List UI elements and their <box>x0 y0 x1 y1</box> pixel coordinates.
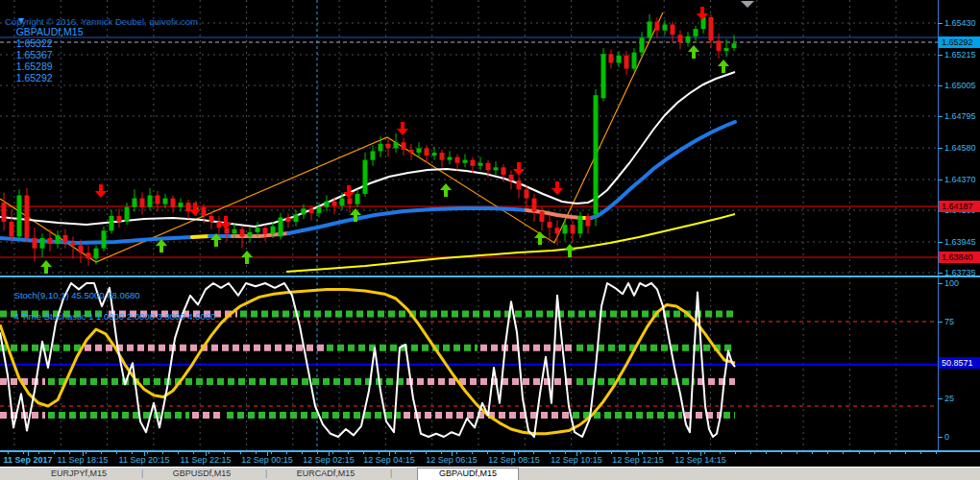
candlestick <box>625 56 629 69</box>
stoch-axis-label: 0 <box>944 432 949 442</box>
time-axis-label: 12 Sep 12:15 <box>612 455 664 465</box>
candlestick <box>33 238 37 249</box>
open-value: 1.65322 <box>16 37 53 49</box>
time-axis-minor-tick <box>86 452 86 454</box>
candlestick <box>240 229 245 237</box>
candlestick <box>471 160 476 166</box>
time-axis-minor-tick <box>193 452 194 454</box>
time-axis-minor-tick <box>796 452 797 454</box>
candlestick <box>440 153 445 160</box>
candlestick <box>548 222 552 228</box>
time-axis-minor-tick <box>410 452 411 454</box>
candlestick <box>655 21 660 30</box>
candlestick <box>732 43 737 48</box>
candlestick <box>110 216 114 230</box>
time-axis-minor-tick <box>379 452 380 454</box>
candlestick <box>409 150 414 153</box>
candlestick <box>363 160 368 194</box>
time-axis-label: 12 Sep 08:15 <box>488 455 540 465</box>
candlestick <box>294 214 299 222</box>
price-axis[interactable] <box>938 0 980 452</box>
candlestick <box>302 208 306 214</box>
time-axis[interactable]: 11 Sep 201711 Sep 18:1511 Sep 20:1511 Se… <box>0 452 980 467</box>
candlestick <box>186 203 191 211</box>
stochastic-indicator-label: Stoch(9,10,1) 45.5000 48.0680 4 Time Sto… <box>4 279 215 332</box>
time-axis-minor-tick <box>688 452 689 454</box>
four-time-stoch-values: 4 Time Stochastic 1 1.0000 2.0000 3.0000… <box>14 311 216 322</box>
candlestick <box>225 228 230 233</box>
candlestick <box>463 160 468 163</box>
bid-price-tag: 1.65292 <box>939 36 980 48</box>
time-axis-minor-tick <box>735 452 736 454</box>
stoch-values: Stoch(9,10,1) 45.5000 48.0680 <box>14 290 140 300</box>
candlestick <box>117 216 122 222</box>
candlestick <box>563 225 568 233</box>
time-axis-minor-tick <box>920 452 921 454</box>
time-axis-minor-tick <box>905 452 906 454</box>
tab-eurcadf-m15[interactable]: EURCADf,M15 <box>297 468 355 478</box>
candlestick <box>478 163 483 166</box>
time-axis-label: 12 Sep 06:15 <box>426 455 478 465</box>
candlestick <box>594 95 599 214</box>
resistance-price-tag: 1.64187 <box>939 201 980 212</box>
candlestick <box>325 202 330 207</box>
time-axis-minor-tick <box>271 452 272 454</box>
candlestick <box>286 217 291 222</box>
time-axis-minor-tick <box>456 452 457 454</box>
time-axis-minor-tick <box>859 452 860 454</box>
price-axis-label: 1.65215 <box>944 50 976 60</box>
candlestick <box>125 207 130 222</box>
time-axis-minor-tick <box>657 452 658 454</box>
candlestick <box>179 203 184 207</box>
time-axis-label: 11 Sep 20:15 <box>119 455 170 465</box>
mt4-chart-window: ▼ GBPAUDf,M15 1.65322 1.65367 1.65289 1.… <box>0 0 980 480</box>
candlestick <box>571 225 576 233</box>
price-axis-tick <box>938 180 943 180</box>
candlestick <box>671 25 675 36</box>
tab-separator: | <box>265 468 267 478</box>
candlestick <box>632 53 637 69</box>
time-axis-minor-tick <box>611 452 612 454</box>
time-axis-minor-tick <box>23 452 24 454</box>
time-axis-minor-tick <box>750 452 751 454</box>
candlestick <box>502 167 506 175</box>
candlestick <box>63 235 68 243</box>
candlestick <box>332 202 337 206</box>
candlestick <box>609 54 614 62</box>
candlestick <box>171 199 176 207</box>
candlestick <box>233 229 237 234</box>
low-value: 1.65289 <box>16 60 53 72</box>
candlestick <box>509 175 514 180</box>
tab-eurjpyf-m15[interactable]: EURJPYf,M15 <box>51 468 107 478</box>
candlestick <box>379 144 383 152</box>
chart-background[interactable] <box>0 0 938 276</box>
price-axis-tick <box>938 242 943 243</box>
price-axis-tick <box>938 85 943 86</box>
candlestick <box>371 151 376 159</box>
time-axis-minor-tick <box>240 452 241 454</box>
stoch-axis-tick <box>938 398 943 399</box>
candlestick <box>94 249 99 259</box>
candlestick <box>448 157 453 160</box>
stoch-axis-tick <box>938 437 943 438</box>
candlestick <box>56 235 61 244</box>
candlestick <box>86 252 91 258</box>
time-axis-label: 11 Sep 22:15 <box>181 455 232 465</box>
time-axis-label: 12 Sep 04:15 <box>363 455 415 465</box>
main-chart[interactable] <box>0 0 938 276</box>
candlestick <box>386 144 391 149</box>
candlestick <box>263 228 268 233</box>
tab-gbpusdf-m15[interactable]: GBPUSDf,M15 <box>173 468 232 478</box>
price-axis-label: 1.65430 <box>944 18 976 28</box>
tab-gbpaudf-m15[interactable]: GBPAUDf,M15 <box>417 468 519 480</box>
time-axis-minor-tick <box>101 452 102 454</box>
candlestick <box>309 208 314 213</box>
close-value: 1.65292 <box>16 72 53 84</box>
time-axis-minor-tick <box>533 452 534 454</box>
time-axis-minor-tick <box>843 452 844 454</box>
time-axis-label: 11 Sep 2017 <box>3 455 52 465</box>
candlestick <box>724 48 729 51</box>
candlestick <box>40 238 45 249</box>
panel-separator-top[interactable] <box>0 276 980 277</box>
time-axis-label: 12 Sep 02:15 <box>303 455 355 465</box>
